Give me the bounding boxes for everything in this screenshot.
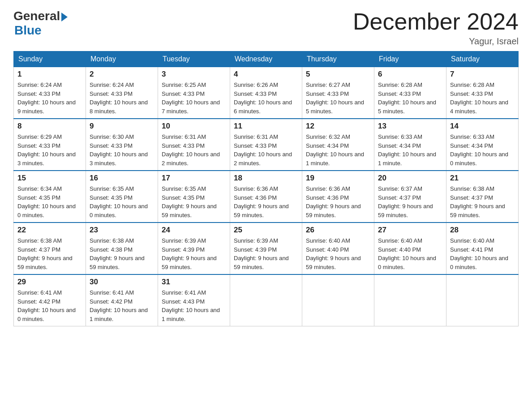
day-number: 5 xyxy=(306,70,370,79)
col-sunday: Sunday xyxy=(14,51,86,67)
day-info: Sunrise: 6:35 AM Sunset: 4:35 PM Dayligh… xyxy=(162,184,226,219)
logo-arrow-icon xyxy=(61,13,68,21)
table-row: 11 Sunrise: 6:31 AM Sunset: 4:33 PM Dayl… xyxy=(230,119,302,171)
table-row: 20 Sunrise: 6:37 AM Sunset: 4:37 PM Dayl… xyxy=(374,171,446,223)
logo-general-text: General xyxy=(13,9,60,23)
day-info: Sunrise: 6:32 AM Sunset: 4:34 PM Dayligh… xyxy=(306,133,370,167)
table-row: 14 Sunrise: 6:33 AM Sunset: 4:34 PM Dayl… xyxy=(446,119,519,171)
day-number: 29 xyxy=(17,278,82,287)
day-info: Sunrise: 6:39 AM Sunset: 4:39 PM Dayligh… xyxy=(162,236,226,271)
table-row: 7 Sunrise: 6:28 AM Sunset: 4:33 PM Dayli… xyxy=(446,67,519,119)
day-info: Sunrise: 6:41 AM Sunset: 4:42 PM Dayligh… xyxy=(90,288,154,323)
table-row: 5 Sunrise: 6:27 AM Sunset: 4:33 PM Dayli… xyxy=(302,67,374,119)
day-number: 21 xyxy=(450,174,515,183)
day-number: 10 xyxy=(162,122,226,131)
table-row: 9 Sunrise: 6:30 AM Sunset: 4:33 PM Dayli… xyxy=(86,119,158,171)
table-row: 8 Sunrise: 6:29 AM Sunset: 4:33 PM Dayli… xyxy=(14,119,86,171)
day-info: Sunrise: 6:24 AM Sunset: 4:33 PM Dayligh… xyxy=(17,81,82,116)
day-info: Sunrise: 6:33 AM Sunset: 4:34 PM Dayligh… xyxy=(450,133,515,167)
table-row: 23 Sunrise: 6:38 AM Sunset: 4:38 PM Dayl… xyxy=(86,223,158,274)
day-number: 28 xyxy=(450,226,515,235)
day-info: Sunrise: 6:38 AM Sunset: 4:37 PM Dayligh… xyxy=(17,236,82,271)
col-wednesday: Wednesday xyxy=(230,51,302,67)
day-info: Sunrise: 6:41 AM Sunset: 4:42 PM Dayligh… xyxy=(17,288,82,323)
day-number: 14 xyxy=(450,122,515,131)
day-info: Sunrise: 6:28 AM Sunset: 4:33 PM Dayligh… xyxy=(450,81,515,116)
col-saturday: Saturday xyxy=(446,51,519,67)
day-info: Sunrise: 6:30 AM Sunset: 4:33 PM Dayligh… xyxy=(90,133,154,167)
calendar-week-row: 1 Sunrise: 6:24 AM Sunset: 4:33 PM Dayli… xyxy=(14,67,519,119)
day-info: Sunrise: 6:33 AM Sunset: 4:34 PM Dayligh… xyxy=(378,133,442,167)
month-title: December 2024 xyxy=(353,9,519,34)
day-number: 6 xyxy=(378,70,442,79)
col-tuesday: Tuesday xyxy=(158,51,230,67)
day-number: 17 xyxy=(162,174,226,183)
day-info: Sunrise: 6:34 AM Sunset: 4:35 PM Dayligh… xyxy=(17,184,82,219)
table-row: 15 Sunrise: 6:34 AM Sunset: 4:35 PM Dayl… xyxy=(14,171,86,223)
day-info: Sunrise: 6:31 AM Sunset: 4:33 PM Dayligh… xyxy=(162,133,226,167)
table-row xyxy=(446,274,519,326)
day-info: Sunrise: 6:39 AM Sunset: 4:39 PM Dayligh… xyxy=(234,236,298,271)
table-row: 16 Sunrise: 6:35 AM Sunset: 4:35 PM Dayl… xyxy=(86,171,158,223)
calendar-week-row: 29 Sunrise: 6:41 AM Sunset: 4:42 PM Dayl… xyxy=(14,274,519,326)
table-row: 4 Sunrise: 6:26 AM Sunset: 4:33 PM Dayli… xyxy=(230,67,302,119)
day-info: Sunrise: 6:26 AM Sunset: 4:33 PM Dayligh… xyxy=(234,81,298,116)
day-number: 12 xyxy=(306,122,370,131)
day-number: 22 xyxy=(17,226,82,235)
logo: General Blue xyxy=(13,9,68,38)
day-number: 24 xyxy=(162,226,226,235)
day-number: 26 xyxy=(306,226,370,235)
day-number: 7 xyxy=(450,70,515,79)
table-row: 2 Sunrise: 6:24 AM Sunset: 4:33 PM Dayli… xyxy=(86,67,158,119)
day-number: 3 xyxy=(162,70,226,79)
calendar-week-row: 15 Sunrise: 6:34 AM Sunset: 4:35 PM Dayl… xyxy=(14,171,519,223)
day-number: 8 xyxy=(17,122,82,131)
table-row: 6 Sunrise: 6:28 AM Sunset: 4:33 PM Dayli… xyxy=(374,67,446,119)
table-row xyxy=(230,274,302,326)
day-info: Sunrise: 6:38 AM Sunset: 4:37 PM Dayligh… xyxy=(450,184,515,219)
day-info: Sunrise: 6:25 AM Sunset: 4:33 PM Dayligh… xyxy=(162,81,226,116)
table-row: 19 Sunrise: 6:36 AM Sunset: 4:36 PM Dayl… xyxy=(302,171,374,223)
table-row: 24 Sunrise: 6:39 AM Sunset: 4:39 PM Dayl… xyxy=(158,223,230,274)
table-row: 30 Sunrise: 6:41 AM Sunset: 4:42 PM Dayl… xyxy=(86,274,158,326)
day-number: 20 xyxy=(378,174,442,183)
day-info: Sunrise: 6:40 AM Sunset: 4:40 PM Dayligh… xyxy=(306,236,370,271)
day-number: 25 xyxy=(234,226,298,235)
day-number: 18 xyxy=(234,174,298,183)
day-info: Sunrise: 6:35 AM Sunset: 4:35 PM Dayligh… xyxy=(90,184,154,219)
day-info: Sunrise: 6:24 AM Sunset: 4:33 PM Dayligh… xyxy=(90,81,154,116)
day-number: 30 xyxy=(90,278,154,287)
day-number: 1 xyxy=(17,70,82,79)
table-row: 12 Sunrise: 6:32 AM Sunset: 4:34 PM Dayl… xyxy=(302,119,374,171)
day-info: Sunrise: 6:41 AM Sunset: 4:43 PM Dayligh… xyxy=(162,288,226,323)
title-section: December 2024 Yagur, Israel xyxy=(353,9,519,47)
location-label: Yagur, Israel xyxy=(353,36,519,47)
table-row: 31 Sunrise: 6:41 AM Sunset: 4:43 PM Dayl… xyxy=(158,274,230,326)
table-row: 28 Sunrise: 6:40 AM Sunset: 4:41 PM Dayl… xyxy=(446,223,519,274)
day-info: Sunrise: 6:36 AM Sunset: 4:36 PM Dayligh… xyxy=(306,184,370,219)
col-monday: Monday xyxy=(86,51,158,67)
calendar-week-row: 8 Sunrise: 6:29 AM Sunset: 4:33 PM Dayli… xyxy=(14,119,519,171)
table-row: 29 Sunrise: 6:41 AM Sunset: 4:42 PM Dayl… xyxy=(14,274,86,326)
table-row: 13 Sunrise: 6:33 AM Sunset: 4:34 PM Dayl… xyxy=(374,119,446,171)
calendar-week-row: 22 Sunrise: 6:38 AM Sunset: 4:37 PM Dayl… xyxy=(14,223,519,274)
day-number: 13 xyxy=(378,122,442,131)
day-info: Sunrise: 6:40 AM Sunset: 4:41 PM Dayligh… xyxy=(450,236,515,271)
table-row xyxy=(302,274,374,326)
day-number: 23 xyxy=(90,226,154,235)
day-info: Sunrise: 6:31 AM Sunset: 4:33 PM Dayligh… xyxy=(234,133,298,167)
table-row: 1 Sunrise: 6:24 AM Sunset: 4:33 PM Dayli… xyxy=(14,67,86,119)
day-number: 31 xyxy=(162,278,226,287)
day-number: 2 xyxy=(90,70,154,79)
day-number: 11 xyxy=(234,122,298,131)
day-info: Sunrise: 6:27 AM Sunset: 4:33 PM Dayligh… xyxy=(306,81,370,116)
day-info: Sunrise: 6:29 AM Sunset: 4:33 PM Dayligh… xyxy=(17,133,82,167)
page-header: General Blue December 2024 Yagur, Israel xyxy=(13,9,519,47)
calendar-table: Sunday Monday Tuesday Wednesday Thursday… xyxy=(13,51,519,326)
table-row: 10 Sunrise: 6:31 AM Sunset: 4:33 PM Dayl… xyxy=(158,119,230,171)
table-row xyxy=(374,274,446,326)
day-number: 9 xyxy=(90,122,154,131)
col-friday: Friday xyxy=(374,51,446,67)
table-row: 3 Sunrise: 6:25 AM Sunset: 4:33 PM Dayli… xyxy=(158,67,230,119)
day-info: Sunrise: 6:37 AM Sunset: 4:37 PM Dayligh… xyxy=(378,184,442,219)
